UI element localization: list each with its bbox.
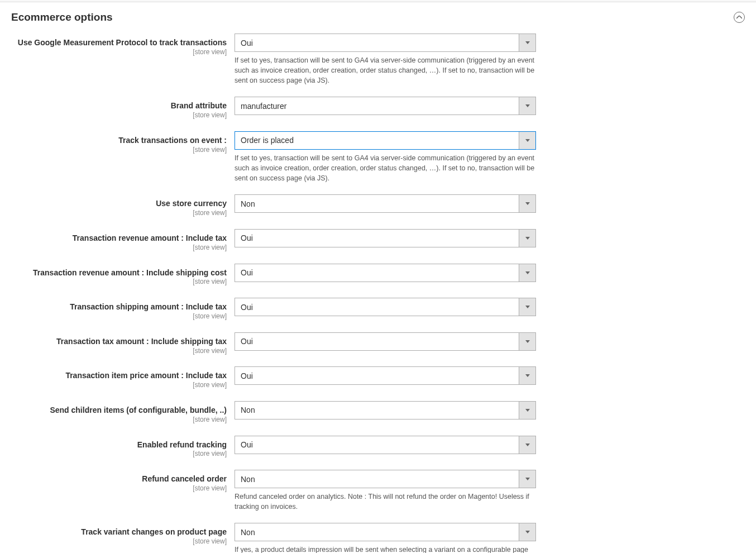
ecommerce-options-section: Ecommerce options Use Google Measurement… xyxy=(0,2,756,553)
field-use-store-currency: Use store currency [store view] Non xyxy=(11,194,745,218)
field-scope: [store view] xyxy=(11,312,227,321)
chevron-down-icon xyxy=(519,470,535,488)
field-comment: If set to yes, transaction will be sent … xyxy=(235,55,536,85)
section-header[interactable]: Ecommerce options xyxy=(0,2,756,34)
field-label: Use Google Measurement Protocol to track… xyxy=(11,38,227,47)
select-value: Oui xyxy=(235,34,519,51)
track-event-select[interactable]: Order is placed xyxy=(235,131,536,150)
chevron-down-icon xyxy=(519,523,535,541)
revenue-include-tax-select[interactable]: Oui xyxy=(235,229,536,247)
field-label: Track transactions on event : xyxy=(11,136,227,145)
select-value: Oui xyxy=(235,436,519,454)
select-value: Oui xyxy=(235,333,519,350)
section-title: Ecommerce options xyxy=(11,11,113,23)
field-comment: If yes, a product details impression wil… xyxy=(235,545,536,553)
select-value: Non xyxy=(235,523,519,541)
select-value: Oui xyxy=(235,264,519,282)
field-scope: [store view] xyxy=(11,277,227,287)
field-scope: [store view] xyxy=(11,537,227,546)
use-measurement-select[interactable]: Oui xyxy=(235,34,536,52)
field-label: Send children items (of configurable, bu… xyxy=(11,406,227,415)
use-store-currency-select[interactable]: Non xyxy=(235,194,536,213)
refund-tracking-select[interactable]: Oui xyxy=(235,436,536,454)
field-scope: [store view] xyxy=(11,415,227,425)
field-refund-canceled: Refund canceled order [store view] Non R… xyxy=(11,470,745,512)
chevron-down-icon xyxy=(519,298,535,316)
field-tax-include-shipping-tax: Transaction tax amount : Include shippin… xyxy=(11,332,745,356)
field-label: Use store currency xyxy=(11,199,227,208)
field-label: Brand attribute xyxy=(11,101,227,111)
chevron-down-icon xyxy=(519,132,535,149)
field-revenue-include-shipping: Transaction revenue amount : Include shi… xyxy=(11,264,745,287)
field-brand-attribute: Brand attribute [store view] manufacture… xyxy=(11,97,745,120)
chevron-down-icon xyxy=(519,97,535,115)
select-value: Non xyxy=(235,195,519,212)
revenue-include-shipping-select[interactable]: Oui xyxy=(235,264,536,282)
field-label: Refund canceled order xyxy=(11,474,227,484)
field-label: Track variant changes on product page xyxy=(11,527,227,537)
field-label: Transaction revenue amount : Include shi… xyxy=(11,268,227,278)
field-refund-tracking: Enabled refund tracking [store view] Oui xyxy=(11,436,745,459)
select-value: Non xyxy=(235,402,519,419)
select-value: Oui xyxy=(235,367,519,384)
field-track-variant: Track variant changes on product page [s… xyxy=(11,523,745,553)
track-variant-select[interactable]: Non xyxy=(235,523,536,541)
item-price-include-tax-select[interactable]: Oui xyxy=(235,366,536,385)
select-value: Order is placed xyxy=(235,132,519,149)
field-scope: [store view] xyxy=(11,346,227,356)
field-label: Transaction shipping amount : Include ta… xyxy=(11,302,227,312)
chevron-down-icon xyxy=(519,195,535,212)
refund-canceled-select[interactable]: Non xyxy=(235,470,536,488)
field-use-measurement: Use Google Measurement Protocol to track… xyxy=(11,34,745,85)
tax-include-shipping-tax-select[interactable]: Oui xyxy=(235,332,536,351)
field-scope: [store view] xyxy=(11,484,227,493)
field-track-event: Track transactions on event : [store vie… xyxy=(11,131,745,183)
field-scope: [store view] xyxy=(11,111,227,120)
field-label: Transaction tax amount : Include shippin… xyxy=(11,337,227,346)
select-value: Oui xyxy=(235,230,519,247)
chevron-down-icon xyxy=(519,230,535,247)
brand-attribute-select[interactable]: manufacturer xyxy=(235,97,536,115)
field-scope: [store view] xyxy=(11,145,227,155)
chevron-down-icon xyxy=(519,34,535,51)
section-body: Use Google Measurement Protocol to track… xyxy=(0,34,756,553)
select-value: Non xyxy=(235,470,519,488)
field-scope: [store view] xyxy=(11,47,227,57)
field-scope: [store view] xyxy=(11,208,227,218)
field-label: Transaction item price amount : Include … xyxy=(11,371,227,380)
chevron-down-icon xyxy=(519,402,535,419)
chevron-down-icon xyxy=(519,333,535,350)
chevron-down-icon xyxy=(519,436,535,454)
field-scope: [store view] xyxy=(11,380,227,390)
field-comment: Refund canceled order on analytics. Note… xyxy=(235,492,536,512)
field-item-price-include-tax: Transaction item price amount : Include … xyxy=(11,366,745,390)
field-scope: [store view] xyxy=(11,449,227,459)
field-revenue-include-tax: Transaction revenue amount : Include tax… xyxy=(11,229,745,252)
collapse-icon[interactable] xyxy=(734,12,745,23)
field-shipping-include-tax: Transaction shipping amount : Include ta… xyxy=(11,298,745,321)
chevron-down-icon xyxy=(519,264,535,282)
field-comment: If set to yes, transaction will be sent … xyxy=(235,153,536,183)
chevron-down-icon xyxy=(519,367,535,384)
select-value: manufacturer xyxy=(235,97,519,115)
field-label: Transaction revenue amount : Include tax xyxy=(11,233,227,243)
select-value: Oui xyxy=(235,298,519,316)
field-label: Enabled refund tracking xyxy=(11,440,227,450)
field-send-children: Send children items (of configurable, bu… xyxy=(11,401,745,425)
send-children-select[interactable]: Non xyxy=(235,401,536,419)
field-scope: [store view] xyxy=(11,243,227,252)
shipping-include-tax-select[interactable]: Oui xyxy=(235,298,536,316)
